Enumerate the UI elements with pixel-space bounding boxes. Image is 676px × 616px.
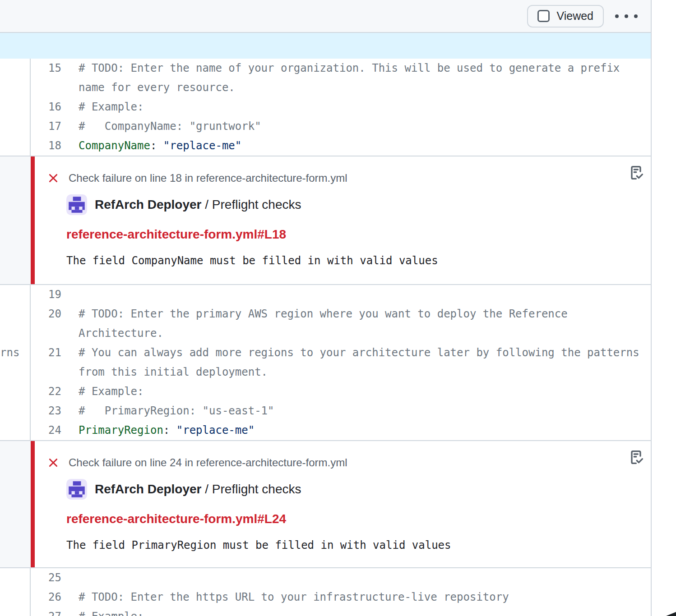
check-app-avatar [66,194,87,215]
yaml-separator: : [150,139,163,152]
expanded-hunk-strip [0,33,651,59]
viewed-button[interactable]: Viewed [527,5,604,28]
viewed-label: Viewed [556,9,593,23]
code-line: 27 # Example: [0,607,651,616]
annotation-title-row: Check failure on line 24 in reference-ar… [47,456,624,469]
left-pane-cell [0,607,31,616]
left-pane-cell [0,285,31,304]
annotation-file-link[interactable]: reference-architecture-form.yml#L24 [66,512,286,526]
code-line: 23 # PrimaryRegion: "us-east-1" [0,401,651,421]
left-pane-overflow-text: rns [0,343,19,363]
code-line: 24 PrimaryRegion: "replace-me" [0,421,651,440]
line-number[interactable]: 27 [31,607,61,616]
kebab-icon [634,14,638,18]
code-text: # TODO: Enter the name of your organizat… [61,59,651,78]
code-text: CompanyName: "replace-me" [61,136,651,156]
x-failure-icon [47,457,59,469]
code-text: # Example: [61,607,651,616]
code-line-wrap: name for every resource. [0,78,651,97]
code-line: 20 # TODO: Enter the primary AWS region … [0,304,651,324]
file-diff-card: Viewed 15 # TODO: Enter the name of your… [0,0,652,616]
code-line-wrap: Architecture. [0,324,651,343]
code-text: # You can always add more regions to you… [61,343,651,363]
file-header-bar: Viewed [0,0,651,33]
line-number[interactable]: 22 [31,382,61,401]
left-pane-cell [0,421,31,440]
yaml-value: "replace-me" [163,139,241,152]
line-number[interactable]: 19 [31,285,61,304]
left-pane-cell [0,324,31,343]
left-pane-cell [0,588,31,607]
left-pane-cell: rns [0,343,31,363]
check-annotation: Check failure on line 24 in reference-ar… [0,440,651,568]
line-number[interactable]: 21 [31,343,61,363]
line-number[interactable]: 20 [31,304,61,324]
left-pane-cell [0,156,31,284]
left-pane-cell [0,78,31,97]
line-number[interactable]: 18 [31,136,61,156]
left-pane-cell [0,363,31,382]
line-number[interactable]: 25 [31,568,61,588]
annotation-title: Check failure on line 24 in reference-ar… [69,456,347,469]
code-line: 16 # Example: [0,97,651,117]
code-line: 17 # CompanyName: "gruntwork" [0,117,651,136]
left-pane-cell [0,97,31,117]
code-text: # Example: [61,97,651,117]
line-number[interactable]: 23 [31,401,61,421]
code-text: # Example: [61,382,651,401]
mouse-cursor [666,612,676,616]
code-section: 15 # TODO: Enter the name of your organi… [0,59,651,156]
code-section: 19 20 # TODO: Enter the primary AWS regi… [0,285,651,440]
yaml-key: CompanyName [79,139,150,152]
code-line: rns 21 # You can always add more regions… [0,343,651,363]
code-text: name for every resource. [61,78,651,97]
code-text: # CompanyName: "gruntwork" [61,117,651,136]
annotation-message: The field CompanyName must be filled in … [66,254,624,267]
code-text [61,285,651,304]
check-annotation-box: Check failure on line 18 in reference-ar… [31,156,651,284]
check-app-avatar [66,479,87,500]
check-run-row: RefArch Deployer / Preflight checks [66,479,624,500]
code-line: 26 # TODO: Enter the https URL to your i… [0,588,651,607]
code-line: 25 [0,568,651,588]
checklist-icon[interactable] [627,449,644,466]
line-number[interactable]: 17 [31,117,61,136]
check-app-name: RefArch Deployer [95,198,202,211]
yaml-separator: : [163,424,176,437]
left-pane-cell [0,117,31,136]
annotation-message: The field PrimaryRegion must be filled i… [66,539,624,552]
left-pane-cell [0,59,31,78]
check-suite-name: / Preflight checks [202,482,301,496]
viewed-checkbox-icon[interactable] [537,10,550,22]
kebab-menu-button[interactable] [614,10,639,23]
left-pane-cell [0,136,31,156]
left-pane-cell [0,441,31,567]
annotation-file-link[interactable]: reference-architecture-form.yml#L18 [66,227,286,242]
line-number [31,363,61,382]
check-annotation-box: Check failure on line 24 in reference-ar… [31,441,651,567]
code-line: 19 [0,285,651,304]
left-pane-cell [0,304,31,324]
line-number[interactable]: 16 [31,97,61,117]
x-failure-icon [47,172,59,184]
code-text: # TODO: Enter the primary AWS region whe… [61,304,651,324]
check-run-row: RefArch Deployer / Preflight checks [66,194,624,215]
code-line: 15 # TODO: Enter the name of your organi… [0,59,651,78]
checklist-icon[interactable] [627,164,644,181]
line-number[interactable]: 26 [31,588,61,607]
code-text: # TODO: Enter the https URL to your infr… [61,588,651,607]
left-pane-cell [0,401,31,421]
line-number [31,78,61,97]
line-number[interactable]: 15 [31,59,61,78]
yaml-key: PrimaryRegion [79,424,163,437]
code-text: Architecture. [61,324,651,343]
annotation-title-row: Check failure on line 18 in reference-ar… [47,172,624,184]
code-text: PrimaryRegion: "replace-me" [61,421,651,440]
code-section: 25 26 # TODO: Enter the https URL to you… [0,568,651,616]
check-run-name: RefArch Deployer / Preflight checks [95,482,301,496]
code-text: # PrimaryRegion: "us-east-1" [61,401,651,421]
check-annotation: Check failure on line 18 in reference-ar… [0,156,651,285]
code-line: 22 # Example: [0,382,651,401]
line-number[interactable]: 24 [31,421,61,440]
kebab-icon [625,14,628,18]
